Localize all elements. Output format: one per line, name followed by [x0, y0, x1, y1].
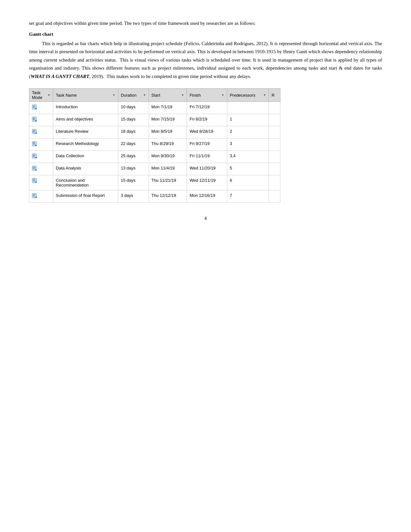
svg-rect-23 [33, 169, 34, 169]
page-number: 4 [29, 216, 382, 221]
cell-predecessors: 3,4 [227, 151, 269, 163]
col-header-task-mode-label: TaskMode [32, 90, 43, 100]
svg-rect-15 [33, 144, 34, 144]
cell-duration: 3 days [118, 190, 149, 203]
cell-duration: 22 days [118, 139, 149, 151]
cell-start: Mon 11/4/19 [149, 163, 187, 175]
col-header-task-mode-arrow[interactable]: ▼ [47, 93, 50, 97]
col-header-finish[interactable]: Finish ▼ [187, 89, 227, 102]
cell-finish: Fri 11/1/19 [187, 151, 227, 163]
gantt-table-wrapper: TaskMode ▼ Task Name ▼ Duration ▼ [29, 88, 382, 203]
cell-start: Thu 11/21/19 [149, 175, 187, 190]
cell-extra [269, 139, 280, 151]
cell-duration: 13 days [118, 163, 149, 175]
col-header-task-name-label: Task Name [56, 93, 77, 98]
table-header-row: TaskMode ▼ Task Name ▼ Duration ▼ [29, 89, 280, 102]
cell-task-name: Introduction [53, 102, 118, 114]
svg-rect-27 [33, 181, 34, 181]
table-row: Data Collection25 daysMon 9/30/19Fri 11/… [29, 151, 280, 163]
col-header-task-name-arrow[interactable]: ▼ [113, 93, 115, 97]
svg-rect-19 [33, 156, 34, 157]
svg-rect-9 [33, 130, 35, 131]
svg-rect-1 [33, 106, 35, 106]
cell-finish: Fri 8/2/19 [187, 114, 227, 126]
cell-duration: 10 days [118, 102, 149, 114]
col-header-duration-label: Duration [121, 93, 137, 98]
cell-finish: Fri 9/27/19 [187, 139, 227, 151]
svg-rect-18 [33, 156, 35, 156]
svg-rect-6 [33, 119, 35, 119]
cell-task-mode [29, 114, 53, 126]
cell-finish: Fri 7/12/19 [187, 102, 227, 114]
cell-start: Mon 7/1/19 [149, 102, 187, 114]
cell-task-name: Research Methodology [53, 139, 118, 151]
cell-extra [269, 190, 280, 203]
col-header-finish-arrow[interactable]: ▼ [221, 93, 224, 97]
cell-start: Mon 8/5/19 [149, 126, 187, 139]
cell-task-mode [29, 163, 53, 175]
col-header-extra-label: R [271, 93, 274, 98]
table-row: Conclusion and Recommendetion15 daysThu … [29, 175, 280, 190]
cell-extra [269, 175, 280, 190]
col-header-task-mode[interactable]: TaskMode ▼ [29, 89, 53, 102]
col-header-duration-arrow[interactable]: ▼ [143, 93, 146, 97]
task-mode-icon [32, 141, 38, 148]
col-header-start-label: Start [152, 93, 160, 98]
cell-task-name: Literature Review [53, 126, 118, 139]
col-header-duration[interactable]: Duration ▼ [118, 89, 149, 102]
cell-predecessors: 5 [227, 163, 269, 175]
cell-predecessors: 6 [227, 175, 269, 190]
col-header-start-arrow[interactable]: ▼ [181, 93, 184, 97]
svg-rect-2 [33, 107, 35, 107]
col-header-predecessors-label: Predecessors [230, 93, 255, 98]
svg-rect-13 [33, 142, 35, 143]
cell-predecessors: 1 [227, 114, 269, 126]
cell-extra [269, 102, 280, 114]
table-row: Submission of final Report3 daysThu 12/1… [29, 190, 280, 203]
task-mode-icon [32, 129, 38, 136]
cell-duration: 25 days [118, 151, 149, 163]
cell-task-mode [29, 102, 53, 114]
paragraph2-text: This is regarded as bar charts which hel… [29, 40, 382, 81]
table-row: Data Analysis13 daysMon 11/4/19Wed 11/20… [29, 163, 280, 175]
col-header-task-name[interactable]: Task Name ▼ [53, 89, 118, 102]
svg-rect-10 [33, 131, 35, 131]
col-header-extra: R [269, 89, 280, 102]
table-row: Research Methodology22 daysThu 8/29/19Fr… [29, 139, 280, 151]
paragraph1: set goal and objectives within given tim… [29, 19, 382, 28]
svg-rect-5 [33, 118, 35, 118]
svg-rect-31 [33, 196, 34, 196]
col-header-predecessors[interactable]: Predecessors ▼ [227, 89, 269, 102]
svg-rect-25 [33, 179, 35, 179]
svg-rect-17 [33, 155, 35, 155]
cell-task-name: Data Collection [53, 151, 118, 163]
svg-rect-21 [33, 167, 35, 167]
task-mode-icon [32, 166, 38, 172]
svg-rect-3 [33, 107, 34, 108]
col-header-predecessors-arrow[interactable]: ▼ [263, 93, 266, 97]
cell-finish: Wed 11/20/19 [187, 163, 227, 175]
cell-predecessors: 2 [227, 126, 269, 139]
task-mode-icon [32, 193, 38, 200]
table-row: Introduction10 daysMon 7/1/19Fri 7/12/19 [29, 102, 280, 114]
paragraph2-container: This is regarded as bar charts which hel… [29, 40, 382, 81]
svg-rect-30 [33, 195, 35, 196]
col-header-start[interactable]: Start ▼ [149, 89, 187, 102]
svg-rect-11 [33, 132, 34, 132]
cell-predecessors: 3 [227, 139, 269, 151]
cell-task-mode [29, 151, 53, 163]
cell-task-mode [29, 139, 53, 151]
cell-task-mode [29, 126, 53, 139]
cell-duration: 15 days [118, 175, 149, 190]
cell-task-name: Submission of final Report [53, 190, 118, 203]
svg-rect-14 [33, 143, 35, 144]
col-header-finish-label: Finish [190, 93, 201, 98]
svg-rect-7 [33, 120, 34, 120]
cell-extra [269, 163, 280, 175]
cell-extra [269, 114, 280, 126]
gantt-table: TaskMode ▼ Task Name ▼ Duration ▼ [29, 88, 280, 203]
cell-start: Thu 8/29/19 [149, 139, 187, 151]
cell-task-name: Conclusion and Recommendetion [53, 175, 118, 190]
cell-duration: 18 days [118, 126, 149, 139]
cell-finish: Wed 8/28/19 [187, 126, 227, 139]
